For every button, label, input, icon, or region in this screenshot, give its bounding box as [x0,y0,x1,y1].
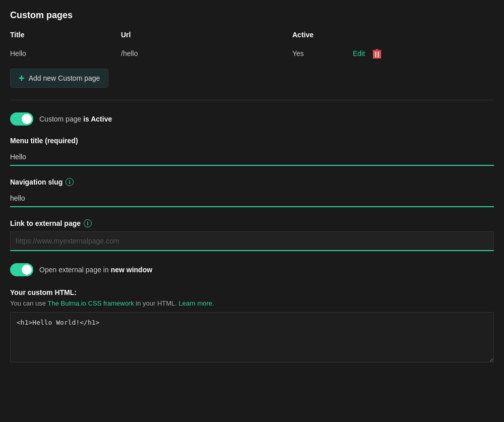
active-toggle-bold: is Active [83,115,112,123]
external-link-input[interactable] [10,231,494,251]
nav-slug-input[interactable] [10,190,494,207]
cell-title: Hello [10,49,121,57]
ext-toggle-track [10,263,33,276]
col-header-url: Url [121,31,292,39]
external-window-bold: new window [111,266,152,274]
html-desc-prefix: You can use [10,299,47,307]
toggle-track [10,112,33,126]
ext-toggle-thumb [22,265,32,275]
table-row: Hello /hello Yes Edit [10,46,494,61]
table-header: Title Url Active [10,31,494,41]
toggle-thumb [22,114,32,124]
menu-title-input[interactable] [10,149,494,166]
external-window-label: Open external page in new window [39,266,152,274]
custom-html-section: Your custom HTML: You can use The Bulma.… [10,288,494,364]
menu-title-group: Menu title (required) [10,137,494,176]
external-window-toggle[interactable] [10,263,33,276]
cell-url: /hello [121,49,292,57]
bulma-link[interactable]: The Bulma.io CSS framework [47,299,134,307]
html-editor[interactable] [10,312,494,363]
edit-link[interactable]: Edit [353,49,365,57]
external-link-group: Link to external page i [10,219,494,261]
col-header-title: Title [10,31,121,39]
active-toggle-row: Custom page is Active [10,112,494,126]
html-desc-mid: in your HTML. [136,299,178,307]
nav-slug-group: Navigation slug i [10,178,494,217]
svg-rect-0 [373,50,381,58]
learn-more-link[interactable]: Learn more. [179,299,214,307]
active-toggle-label: Custom page is Active [39,115,112,123]
external-link-label: Link to external page i [10,219,494,227]
html-section-title: Your custom HTML: [10,288,494,296]
col-header-active: Active [292,31,353,39]
nav-slug-label: Navigation slug i [10,178,494,186]
svg-rect-2 [372,50,382,51]
row-actions: Edit [353,46,383,61]
plus-icon: + [19,73,25,83]
cell-active: Yes [292,49,353,57]
active-toggle[interactable] [10,112,33,126]
external-window-toggle-row: Open external page in new window [10,263,494,276]
section-divider [10,100,494,100]
delete-button[interactable] [371,46,383,61]
add-custom-page-button[interactable]: + Add new Custom page [10,69,108,88]
external-link-info-icon[interactable]: i [84,219,92,227]
menu-title-label: Menu title (required) [10,137,494,145]
add-button-label: Add new Custom page [29,74,100,82]
nav-slug-info-icon[interactable]: i [66,178,74,186]
html-description: You can use The Bulma.io CSS framework i… [10,299,494,307]
page-title: Custom pages [10,10,494,21]
